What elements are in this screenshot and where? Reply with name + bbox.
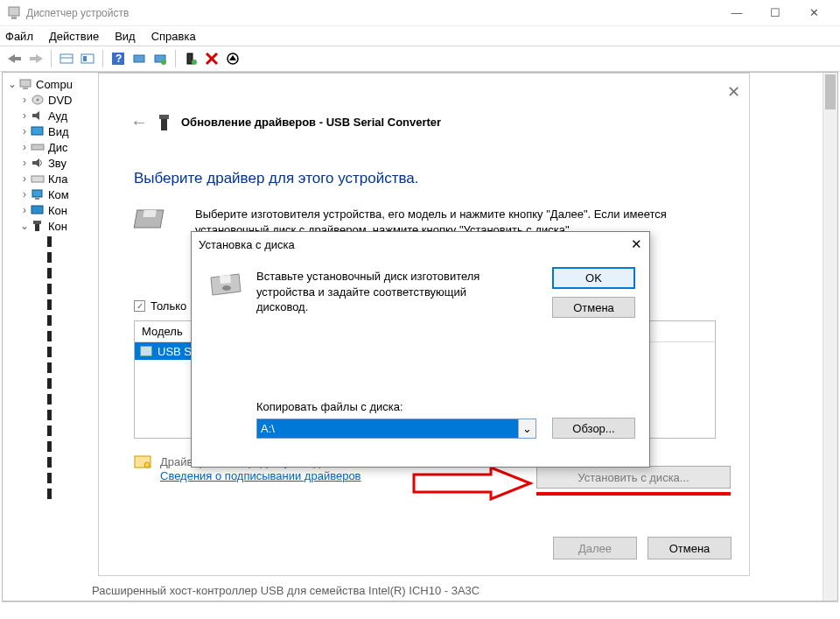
usb-plug-icon bbox=[43, 376, 57, 390]
vertical-scrollbar[interactable] bbox=[822, 73, 837, 601]
svg-rect-32 bbox=[32, 206, 43, 214]
help-icon[interactable]: ? bbox=[108, 49, 128, 68]
usb-plug-icon bbox=[43, 282, 57, 296]
svg-rect-26 bbox=[32, 127, 43, 135]
svg-rect-35 bbox=[47, 236, 52, 247]
svg-rect-51 bbox=[47, 489, 52, 499]
expand-icon[interactable]: › bbox=[18, 172, 31, 185]
maximize-button[interactable]: ☐ bbox=[756, 0, 794, 26]
audio-icon bbox=[31, 156, 45, 170]
title-bar: Диспетчер устройств — ☐ ✕ bbox=[0, 0, 840, 26]
menu-action[interactable]: Действие bbox=[49, 30, 99, 43]
properties-icon[interactable] bbox=[78, 49, 97, 68]
show-hidden-icon[interactable] bbox=[57, 49, 76, 68]
svg-rect-0 bbox=[9, 7, 19, 16]
expand-icon[interactable]: › bbox=[18, 125, 31, 137]
floppy-disk-icon bbox=[207, 272, 242, 299]
svg-rect-29 bbox=[32, 176, 44, 182]
uninstall-icon[interactable] bbox=[202, 49, 221, 68]
expand-icon[interactable]: › bbox=[18, 141, 31, 153]
svg-rect-38 bbox=[47, 284, 52, 294]
svg-rect-42 bbox=[47, 347, 52, 357]
svg-rect-44 bbox=[47, 378, 52, 389]
update-icon[interactable] bbox=[150, 49, 170, 68]
usb-plug-icon bbox=[43, 235, 57, 249]
close-button[interactable]: ✕ bbox=[794, 0, 833, 26]
dialog-instruction: Вставьте установочный диск изготовителя … bbox=[256, 269, 510, 315]
svg-rect-6 bbox=[60, 54, 73, 63]
svg-rect-50 bbox=[47, 473, 52, 483]
driver-icon bbox=[140, 346, 152, 356]
usb-icon bbox=[31, 219, 45, 233]
usb-plug-icon bbox=[43, 440, 57, 454]
menu-file[interactable]: Файл bbox=[5, 30, 33, 43]
scan-hardware-icon[interactable] bbox=[223, 49, 242, 68]
cancel-button[interactable]: Отмена bbox=[648, 537, 732, 559]
only-compatible-label: Только bbox=[150, 299, 186, 313]
wizard-prompt: Выберите драйвер для этого устройства. bbox=[134, 170, 419, 187]
expand-icon[interactable]: › bbox=[18, 188, 31, 200]
keyboard-icon bbox=[31, 172, 45, 186]
window-title: Диспетчер устройств bbox=[26, 7, 718, 19]
path-input[interactable]: A:\ bbox=[257, 419, 518, 438]
svg-rect-45 bbox=[47, 394, 52, 404]
svg-point-24 bbox=[37, 99, 39, 102]
certificate-icon bbox=[134, 455, 151, 469]
signature-info-link[interactable]: Сведения о подписывании драйверов bbox=[160, 469, 361, 482]
install-from-disk-button[interactable]: Установить с диска... bbox=[536, 466, 731, 489]
svg-rect-49 bbox=[47, 457, 52, 468]
monitor-icon bbox=[31, 124, 45, 138]
usb-plug-icon bbox=[43, 250, 57, 264]
svg-rect-43 bbox=[47, 362, 52, 373]
floppy-icon bbox=[132, 208, 164, 229]
svg-rect-37 bbox=[47, 268, 52, 278]
svg-rect-40 bbox=[47, 315, 52, 326]
usb-plug-icon bbox=[43, 487, 57, 501]
wizard-header: ← Обновление драйверов - USB Serial Conv… bbox=[130, 112, 441, 132]
back-button[interactable] bbox=[5, 49, 24, 68]
enable-icon[interactable] bbox=[181, 49, 200, 68]
svg-point-57 bbox=[144, 462, 150, 468]
usb-plug-icon bbox=[43, 408, 57, 422]
minimize-button[interactable]: — bbox=[718, 0, 756, 26]
browse-button[interactable]: Обзор... bbox=[552, 418, 635, 439]
svg-rect-36 bbox=[47, 252, 52, 263]
svg-marker-4 bbox=[36, 54, 43, 63]
desktop-icon bbox=[31, 187, 45, 201]
menu-view[interactable]: Вид bbox=[115, 30, 136, 43]
forward-button[interactable] bbox=[26, 49, 46, 68]
ok-button[interactable]: OK bbox=[552, 267, 635, 289]
svg-rect-22 bbox=[23, 88, 28, 89]
svg-marker-25 bbox=[32, 111, 39, 120]
only-compatible-checkbox[interactable]: ✓ Только bbox=[134, 299, 186, 313]
wizard-back-button[interactable]: ← bbox=[130, 112, 148, 132]
collapse-icon[interactable]: ⌄ bbox=[18, 220, 31, 232]
computer-icon bbox=[18, 77, 32, 91]
svg-rect-30 bbox=[32, 190, 42, 197]
usb-plug-icon bbox=[43, 313, 57, 327]
expand-icon[interactable]: › bbox=[18, 204, 31, 216]
expand-icon[interactable]: › bbox=[18, 109, 31, 122]
expand-icon[interactable]: › bbox=[18, 94, 31, 106]
expand-icon[interactable]: › bbox=[18, 157, 31, 169]
svg-rect-12 bbox=[134, 55, 144, 62]
path-combobox[interactable]: A:\ ⌄ bbox=[256, 419, 536, 439]
wizard-close-button[interactable]: ✕ bbox=[727, 82, 740, 102]
copy-from-label: Копировать файлы с диска: bbox=[256, 400, 403, 413]
dialog-title-bar: Установка с диска ✕ bbox=[192, 232, 649, 257]
drive-icon bbox=[31, 140, 45, 154]
collapse-icon[interactable]: ⌄ bbox=[6, 78, 18, 90]
dialog-title: Установка с диска bbox=[199, 238, 295, 251]
svg-marker-58 bbox=[414, 468, 530, 499]
wizard-title-prefix: Обновление драйверов - bbox=[181, 116, 326, 129]
svg-rect-46 bbox=[47, 410, 52, 420]
svg-rect-55 bbox=[143, 210, 156, 217]
scan-icon[interactable] bbox=[130, 49, 149, 68]
chevron-down-icon[interactable]: ⌄ bbox=[518, 419, 536, 438]
dialog-close-button[interactable]: ✕ bbox=[631, 236, 642, 252]
display-icon bbox=[31, 203, 45, 217]
svg-rect-31 bbox=[35, 198, 39, 200]
next-button[interactable]: Далее bbox=[553, 537, 637, 559]
dialog-cancel-button[interactable]: Отмена bbox=[552, 297, 635, 318]
menu-help[interactable]: Справка bbox=[151, 30, 196, 43]
